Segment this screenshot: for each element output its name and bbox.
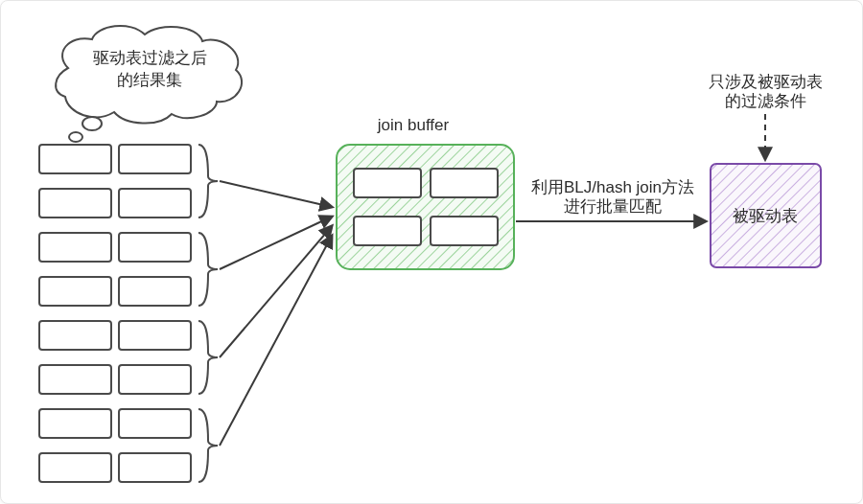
result-set <box>39 145 191 482</box>
driven-table-label: 被驱动表 <box>733 207 798 225</box>
result-cell <box>119 365 191 394</box>
result-cell <box>119 189 191 218</box>
speech-bubble: 驱动表过滤之后 的结果集 <box>56 26 242 142</box>
result-cell <box>119 233 191 262</box>
buffer-cell <box>431 169 498 197</box>
buffer-cell <box>354 217 421 245</box>
svg-point-5 <box>69 132 82 142</box>
result-cell <box>39 145 111 173</box>
svg-point-4 <box>82 117 102 130</box>
filter-annotation: 只涉及被驱动表 的过滤条件 <box>709 73 823 159</box>
svg-rect-10 <box>337 145 514 269</box>
result-cell <box>119 145 191 173</box>
result-cell <box>119 277 191 306</box>
result-cell <box>119 409 191 438</box>
arrow-label-line2: 进行批量匹配 <box>564 197 662 216</box>
svg-line-8 <box>220 226 332 357</box>
driven-table: 被驱动表 <box>711 164 821 267</box>
brace-arrows <box>220 181 332 446</box>
buffer-to-driven: 利用BLJ/hash join方法 进行批量匹配 <box>516 178 706 221</box>
diagram-svg: 驱动表过滤之后 的结果集 <box>1 1 863 504</box>
bubble-line1: 驱动表过滤之后 <box>93 49 207 67</box>
result-cell <box>119 453 191 482</box>
diagram-card: 驱动表过滤之后 的结果集 <box>0 0 863 504</box>
join-buffer: join buffer <box>337 116 514 269</box>
result-cell <box>39 189 111 218</box>
arrow-label-line1: 利用BLJ/hash join方法 <box>531 178 694 196</box>
result-cell <box>39 277 111 306</box>
svg-line-6 <box>220 181 332 207</box>
svg-line-9 <box>220 236 332 446</box>
result-cell <box>39 233 111 262</box>
result-cell <box>39 453 111 482</box>
svg-line-7 <box>220 217 332 269</box>
result-cell <box>39 409 111 438</box>
annotation-line1: 只涉及被驱动表 <box>709 73 823 91</box>
annotation-line2: 的过滤条件 <box>725 92 806 110</box>
buffer-cell <box>431 217 498 245</box>
braces <box>198 145 218 482</box>
result-cell <box>39 365 111 394</box>
bubble-line2: 的结果集 <box>117 71 182 89</box>
result-cell <box>119 321 191 350</box>
join-buffer-title: join buffer <box>377 116 450 134</box>
buffer-cell <box>354 169 421 197</box>
result-cell <box>39 321 111 350</box>
